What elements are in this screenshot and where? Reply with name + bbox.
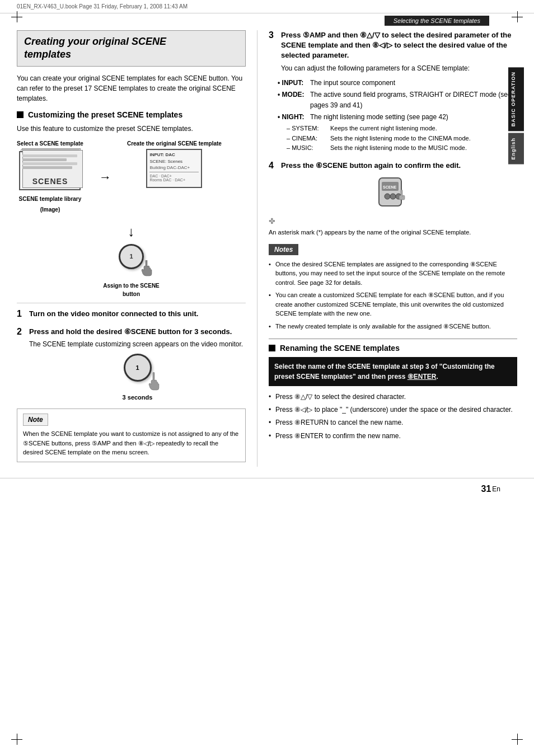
corner-crosshair-tr xyxy=(512,11,523,22)
seconds-label: 3 seconds xyxy=(123,394,153,401)
renaming-title-label: Renaming the SCENE templates xyxy=(280,344,400,353)
corner-crosshair-tl xyxy=(11,11,22,22)
sub-cinema-name: – CINEMA: xyxy=(287,134,326,143)
sub-system: – SYSTEM: Keeps the current night listen… xyxy=(287,124,517,133)
sub-cinema-desc: Sets the night listening mode to the CIN… xyxy=(330,134,471,143)
left-column: Creating your original SCENE templates Y… xyxy=(17,30,257,467)
svg-point-2 xyxy=(385,194,390,199)
note-box: Note When the SCENE template you want to… xyxy=(17,408,246,462)
step3-header: 3 Press ⑤AMP and then ⑧△/▽ to select the… xyxy=(269,30,517,61)
notes-section: Notes Once the desired SCENE templates a… xyxy=(269,244,517,331)
params-list: • INPUT: The input source component • MO… xyxy=(278,78,517,153)
step2-number: 2 xyxy=(17,327,26,337)
param-input-name: • INPUT: xyxy=(278,78,306,88)
scene-library-box: SCENES xyxy=(19,151,81,190)
note-item-1: Once the desired SCENE templates are ass… xyxy=(269,260,517,288)
page-suffix: En xyxy=(492,485,500,493)
sidebar-basic-label: BASIC OPERATION xyxy=(508,67,524,131)
renaming-title: Renaming the SCENE templates xyxy=(269,344,517,353)
diagram-right-label: Create the original SCENE template xyxy=(127,140,222,147)
sub-music-desc: Sets the night listening mode to the MUS… xyxy=(330,143,467,153)
step2-header: 2 Press and hold the desired ⑥SCENE butt… xyxy=(17,327,246,337)
down-arrow-area: ↓ xyxy=(17,224,246,240)
note-body: When the SCENE template you want to cust… xyxy=(23,429,240,457)
notes-title: Notes xyxy=(269,244,298,255)
diagram-right: Create the original SCENE template INPUT… xyxy=(127,140,222,188)
scene-confirm-svg: SCENE xyxy=(373,175,413,209)
step1: 1 Turn on the video monitor connected to… xyxy=(17,309,246,319)
section-title-text: Selecting the SCENE templates xyxy=(394,17,480,24)
diagram-left: Select a SCENE template xyxy=(17,140,83,215)
step3-desc: You can adjust the following parameters … xyxy=(281,63,517,73)
tip-symbol: ✤ xyxy=(269,217,517,226)
notes-list: Once the desired SCENE templates are ass… xyxy=(269,260,517,331)
rename-step-2: Press ⑧◁/▷ to place "_" (underscore) und… xyxy=(269,405,517,415)
enter-btn-label: ⑧ENTER xyxy=(407,373,437,381)
sub-system-name: – SYSTEM: xyxy=(287,124,326,133)
step3-number: 3 xyxy=(269,30,278,40)
sub-cinema: – CINEMA: Sets the night listening mode … xyxy=(287,134,517,143)
page-footer: 31 En xyxy=(0,478,534,500)
param-night-name: • NIGHT: xyxy=(278,112,306,123)
rename-step-4: Press ⑧ENTER to confirm the new name. xyxy=(269,431,517,442)
param-mode: • MODE: The active sound field programs,… xyxy=(278,90,517,111)
hand-pointer-icon xyxy=(137,260,154,277)
section-title-bar: Selecting the SCENE templates xyxy=(385,16,489,26)
renaming-square-icon xyxy=(269,345,275,351)
svg-text:SCENE: SCENE xyxy=(383,185,396,189)
param-night: • NIGHT: The night listening mode settin… xyxy=(278,112,517,123)
rename-intro-box: Select the name of the SCENE template at… xyxy=(269,357,517,386)
step4-title: Press the ⑥SCENE button again to confirm… xyxy=(281,161,461,171)
step4: 4 Press the ⑥SCENE button again to confi… xyxy=(269,161,517,209)
subsection1-desc: Use this feature to customize the preset… xyxy=(17,124,246,134)
step4-number: 4 xyxy=(269,161,278,171)
rename-step-3: Press ⑧RETURN to cancel the new name. xyxy=(269,417,517,428)
subsection-square-icon xyxy=(17,111,24,118)
step2-body: The SCENE template customizing screen ap… xyxy=(29,339,246,349)
note-item-3: The newly created template is only avail… xyxy=(269,322,517,331)
diagram-right-arrow-icon: → xyxy=(99,170,111,185)
step1-number: 1 xyxy=(17,309,26,319)
tip-area: ✤ An asterisk mark (*) appears by the na… xyxy=(269,217,517,237)
param-input: • INPUT: The input source component xyxy=(278,78,517,88)
hold-hand-icon xyxy=(143,372,163,392)
seconds-illustration: 1 3 seconds xyxy=(29,354,246,401)
box-title-text: Creating your original SCENE templates xyxy=(24,35,238,62)
rename-steps-list: Press ⑧△/▽ to select the desired charact… xyxy=(269,392,517,442)
right-sidebar: BASIC OPERATION English xyxy=(508,67,524,644)
scene-library-label1: SCENE template library xyxy=(19,196,82,202)
subsection1-label: Customizing the preset SCENE templates xyxy=(28,110,182,119)
step3: 3 Press ⑤AMP and then ⑧△/▽ to select the… xyxy=(269,30,517,153)
sub-system-desc: Keeps the current night listening mode. xyxy=(330,124,437,133)
right-column: 3 Press ⑤AMP and then ⑧△/▽ to select the… xyxy=(257,30,517,467)
param-night-desc: The night listening mode setting (see pa… xyxy=(310,112,517,123)
scene-diagram: Select a SCENE template xyxy=(17,140,246,215)
assign-area: 1 Assign to the SCENE button xyxy=(17,244,246,297)
divider1 xyxy=(17,303,246,303)
sidebar-english-label: English xyxy=(508,133,524,165)
subsection1-title: Customizing the preset SCENE templates xyxy=(17,110,246,119)
page-number: 31 xyxy=(481,484,491,494)
step4-header: 4 Press the ⑥SCENE button again to confi… xyxy=(269,161,517,171)
param-input-desc: The input source component xyxy=(310,78,517,88)
param-mode-desc: The active sound field programs, STRAIGH… xyxy=(310,90,517,111)
page-header: 01EN_RX-V463_U.book Page 31 Friday, Febr… xyxy=(0,0,534,13)
note-title: Note xyxy=(23,414,48,426)
param-mode-name: • MODE: xyxy=(278,90,306,111)
step2: 2 Press and hold the desired ⑥SCENE butt… xyxy=(17,327,246,401)
original-template-box: INPUT: DAC SCENE: Scenes Building DAC-DA… xyxy=(146,149,202,188)
box-title: Creating your original SCENE templates xyxy=(17,30,246,67)
renaming-section: Renaming the SCENE templates Select the … xyxy=(269,339,517,442)
header-file-info: 01EN_RX-V463_U.book Page 31 Friday, Febr… xyxy=(17,3,188,10)
sub-music: – MUSIC: Sets the night listening mode t… xyxy=(287,143,517,153)
rename-step-1: Press ⑧△/▽ to select the desired charact… xyxy=(269,392,517,402)
diagram-left-label: Select a SCENE template xyxy=(17,140,83,147)
assign-label1: Assign to the SCENE xyxy=(103,283,160,289)
tip-text: An asterisk mark (*) appears by the name… xyxy=(269,228,517,237)
confirm-scene-icon: SCENE xyxy=(269,175,517,209)
corner-crosshair-bl xyxy=(11,734,22,745)
step1-header: 1 Turn on the video monitor connected to… xyxy=(17,309,246,319)
assign-label2: button xyxy=(103,291,160,297)
step3-title: Press ⑤AMP and then ⑧△/▽ to select the d… xyxy=(281,30,517,61)
scene-library-label2: (Image) xyxy=(40,206,60,213)
